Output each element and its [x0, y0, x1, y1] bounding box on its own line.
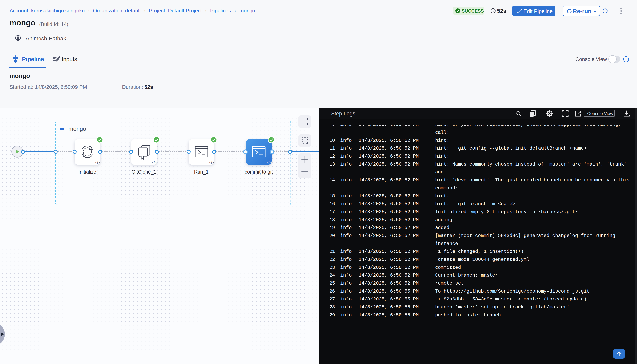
svg-text:</>: </> [210, 161, 214, 164]
svg-text:mongo: mongo [68, 126, 86, 132]
svg-text:</>: </> [152, 161, 156, 164]
svg-text:</>: </> [267, 161, 271, 164]
svg-text:</>: </> [96, 161, 100, 164]
